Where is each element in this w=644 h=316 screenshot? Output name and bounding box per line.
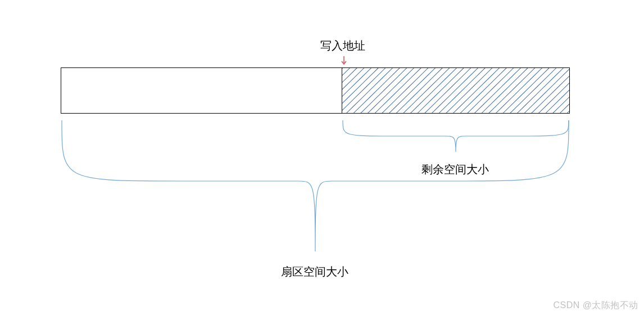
watermark: CSDN @太陈抱不动 [553, 300, 638, 312]
brace-sector [61, 119, 570, 260]
arrow-down-icon [339, 55, 348, 68]
svg-rect-2 [342, 68, 569, 113]
memory-bar-used-segment [61, 68, 342, 113]
diagram-root: 写入地址 剩余空间大小 [0, 0, 644, 316]
sector-space-label: 扇区空间大小 [281, 264, 348, 279]
write-address-label: 写入地址 [320, 38, 365, 53]
memory-bar [61, 67, 570, 114]
memory-bar-remaining-segment [342, 68, 569, 113]
